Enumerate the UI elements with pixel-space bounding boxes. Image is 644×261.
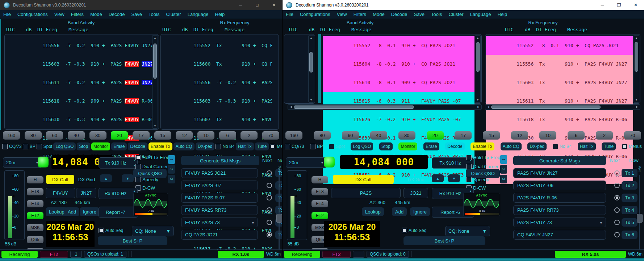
decode-button[interactable]: Decode — [445, 142, 464, 150]
dual-carrier-checkbox[interactable]: Dual Carrier — [135, 164, 168, 169]
band-button[interactable]: 10 — [197, 131, 214, 140]
decode-row[interactable]: 115626 -7 -0.2 910 + F4VUY PA2S -07 — [323, 110, 474, 129]
dropdown-arrow-icon[interactable] — [251, 221, 255, 225]
bp-checkbox[interactable]: BP — [23, 144, 35, 149]
auto-cq-button[interactable]: Auto CQ — [501, 142, 522, 150]
scrollbar-thumb[interactable] — [476, 42, 480, 72]
scroll-up-icon[interactable] — [309, 37, 314, 39]
band-button[interactable]: 15 — [483, 131, 500, 140]
next-radio[interactable] — [614, 195, 620, 200]
title-bar[interactable]: Decodium Shannon v3.0.2603200201 ─ ❐ ✕ — [283, 0, 644, 10]
next-radio[interactable] — [614, 170, 620, 176]
log-qso-button[interactable]: Log QSO — [351, 142, 373, 150]
rx-freq-spinner[interactable]: Rx 910 Hz — [99, 188, 138, 199]
lookup-button[interactable]: Lookup — [362, 207, 384, 216]
no-b4-checkbox[interactable]: No B4 — [553, 144, 572, 149]
enable-tx-button[interactable]: Enable Tx — [471, 142, 494, 150]
decode-row[interactable]: 115603 -7 -0.3 910 + PA2S F4VUY JN27 — [162, 92, 272, 110]
monitor-button[interactable]: Monitor — [91, 142, 110, 150]
enable-tx-button[interactable]: Enable Tx — [149, 142, 172, 150]
dx-call-button[interactable]: DX Call — [333, 175, 394, 184]
title-bar[interactable]: Decodium Shannon v3.0.2603200201 ─ □ ✕ — [0, 0, 282, 10]
decode-button[interactable]: Decode — [128, 142, 147, 150]
band-button[interactable]: 160 — [3, 131, 20, 140]
tx-message-field[interactable]: PA2S F4VUY 73 — [513, 218, 606, 227]
scroll-right-icon[interactable] — [476, 105, 481, 109]
vertical-scrollbar[interactable] — [152, 35, 158, 129]
decode-row[interactable]: 115552 Tx 910 + CQ PA2S JO21 — [162, 36, 272, 55]
auto-seq-checkbox[interactable]: Auto Seq — [99, 228, 123, 233]
vertical-scrollbar[interactable] — [475, 35, 481, 103]
scrollbar-thumb[interactable] — [491, 105, 601, 109]
freq-up-button[interactable]: ▲ — [100, 174, 112, 182]
slider-handle[interactable] — [637, 214, 643, 223]
vertical-scrollbar[interactable] — [308, 35, 314, 103]
decode-row[interactable]: 115607 Tx 910 + F4VUY PA2S -07 — [162, 110, 272, 129]
scroll-down-icon[interactable] — [309, 99, 314, 101]
band-button[interactable]: 6 — [219, 131, 236, 140]
mode-button[interactable]: FT2 — [311, 212, 328, 219]
scrollbar-thumb[interactable] — [294, 105, 414, 109]
tx-message-field[interactable]: PA2S F4VUY -06 — [513, 181, 606, 190]
menu-item[interactable]: Language — [467, 12, 494, 17]
decode-row[interactable]: 115630 -7 -0.3 910 + PA2S F4VUY R-06 — [5, 110, 152, 129]
menu-item[interactable]: Configurations — [14, 12, 51, 17]
dx-call-button[interactable]: DX Call — [46, 175, 74, 184]
auto-seq-checkbox[interactable]: Auto Seq — [402, 228, 426, 233]
add-button[interactable]: Add — [392, 207, 407, 216]
stop-button[interactable]: Stop — [379, 142, 393, 150]
menu-item[interactable]: Save — [128, 12, 145, 17]
band-button[interactable]: 12 — [176, 131, 193, 140]
add-button[interactable]: Add — [64, 207, 79, 216]
decode-row[interactable]: 115610 -8 0.1 909 + CQ PA2S JO21 — [323, 73, 474, 92]
ignore-button[interactable]: Ignore — [80, 207, 100, 216]
cq-dropdown[interactable]: CQ: None — [132, 226, 174, 236]
scrollbar-thumb[interactable] — [153, 44, 157, 79]
decode-row[interactable]: 115556 Tx 910 + PA2S F4VUY JN27 — [486, 55, 633, 73]
band-button[interactable]: 10 — [539, 131, 556, 140]
menu-item[interactable]: Configurations — [297, 12, 334, 17]
best-sp-button[interactable]: Best S+P — [403, 236, 485, 245]
scrollbar-thumb[interactable] — [309, 52, 313, 72]
menu-item[interactable]: Help — [212, 12, 228, 17]
generate-std-msgs-button[interactable]: Generate Std Msgs — [181, 156, 259, 165]
menus-checkbox[interactable]: Menus — [622, 144, 642, 149]
band-button[interactable]: 160 — [285, 131, 302, 140]
next-radio[interactable] — [267, 232, 272, 237]
decode-row[interactable]: 115603 -7 -0.3 910 + PA2S F4VUY JN27 — [5, 55, 152, 73]
maximize-icon[interactable]: □ — [249, 0, 265, 10]
band-button[interactable]: 12 — [511, 131, 528, 140]
scroll-up-icon[interactable] — [634, 37, 639, 39]
band-button[interactable]: 60 — [46, 131, 63, 140]
now-tx-button[interactable]: Tx 5 — [622, 218, 637, 227]
menu-item[interactable]: Decode — [105, 12, 128, 17]
speedy-checkbox[interactable]: Speedy — [135, 177, 158, 182]
band-button[interactable]: 2 — [596, 131, 613, 140]
dx-call-field[interactable]: PA2S — [331, 188, 401, 198]
menu-item[interactable]: View — [334, 12, 350, 17]
tune-button[interactable]: Tune — [255, 142, 269, 150]
erase-button[interactable]: Erase — [423, 142, 439, 150]
scroll-up-icon[interactable] — [152, 37, 158, 39]
band-button[interactable]: 20 — [111, 131, 128, 140]
menu-item[interactable]: Save — [410, 12, 428, 17]
close-icon[interactable]: ✕ — [627, 0, 644, 10]
decode-row[interactable]: 115552 -8 0.1 910 + CQ PA2S JO21 — [323, 36, 474, 55]
horizontal-scrollbar[interactable] — [288, 104, 482, 110]
menu-item[interactable]: File — [0, 12, 14, 17]
next-radio[interactable] — [614, 183, 620, 188]
now-tx-button[interactable]: Tx 4 — [622, 206, 637, 214]
decode-row[interactable]: 115556 -7 -0.2 910 + PA2S F4VUY JN27 — [5, 36, 152, 55]
scrollbar-thumb[interactable] — [635, 42, 638, 72]
decode-row[interactable]: 115556 -7 -0.2 910 + PA2S F4VUY JN27 — [162, 73, 272, 92]
slider-handle[interactable] — [276, 214, 282, 223]
slider-track[interactable] — [279, 175, 280, 252]
scroll-left-icon[interactable] — [486, 105, 490, 109]
message-tab[interactable]: 2 — [168, 165, 175, 174]
scroll-down-icon[interactable] — [475, 99, 480, 101]
menu-item[interactable]: File — [283, 12, 297, 17]
now-tx-button[interactable]: Tx 1 — [622, 169, 637, 177]
next-radio[interactable] — [267, 207, 272, 213]
decode-row[interactable]: 115611 -7 -0.2 910 + PA2S F4VUY JN27 — [5, 73, 152, 92]
decode-row[interactable]: 115603 Tx 910 + PA2S F4VUY JN27 — [486, 73, 633, 92]
